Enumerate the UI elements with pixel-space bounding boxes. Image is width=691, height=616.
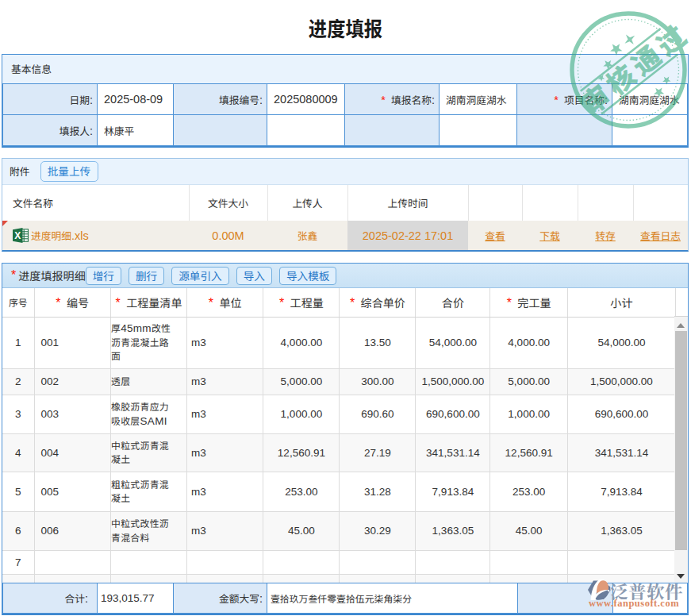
svg-text:X: X: [14, 230, 21, 241]
